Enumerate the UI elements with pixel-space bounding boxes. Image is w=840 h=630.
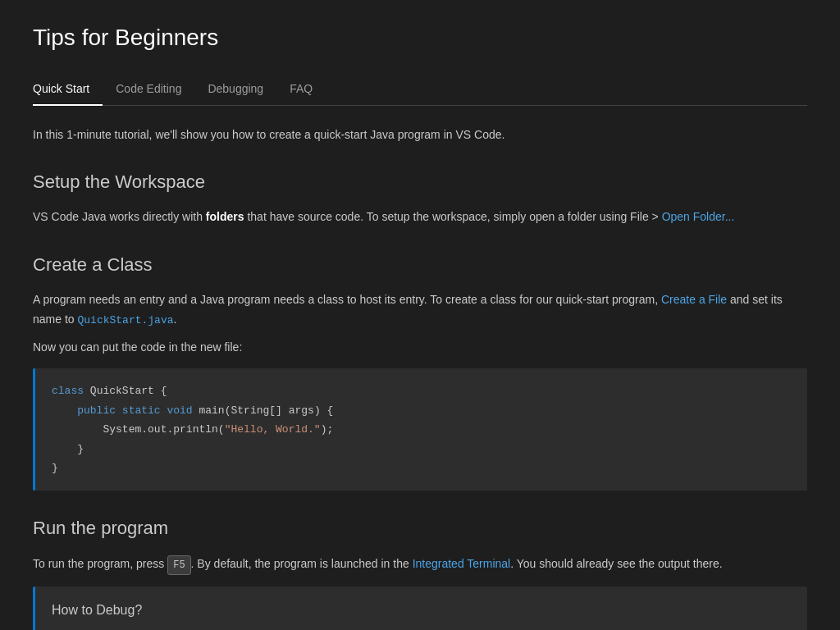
section-create-class: Create a Class A program needs an entry …: [33, 250, 807, 491]
create-file-link[interactable]: Create a File: [661, 293, 727, 306]
tab-bar: Quick Start Code Editing Debugging FAQ: [33, 73, 807, 106]
section-run-program: Run the program To run the program, pres…: [33, 514, 807, 630]
intro-text: In this 1-minute tutorial, we'll show yo…: [33, 126, 807, 144]
tab-code-editing[interactable]: Code Editing: [103, 73, 194, 106]
open-folder-link[interactable]: Open Folder...: [662, 210, 735, 223]
setup-paragraph: VS Code Java works directly with folders…: [33, 208, 807, 227]
tab-faq[interactable]: FAQ: [276, 73, 326, 106]
quickstart-filename: QuickStart.java: [77, 314, 173, 326]
create-class-paragraph-1: A program needs an entry and a Java prog…: [33, 290, 807, 330]
section-heading-setup: Setup the Workspace: [33, 167, 807, 196]
page-title: Tips for Beginners: [33, 20, 807, 57]
f5-key: F5: [167, 555, 190, 575]
tab-quick-start[interactable]: Quick Start: [33, 73, 103, 106]
run-paragraph: To run the program, press F5. By default…: [33, 555, 807, 575]
callout-heading: How to Debug?: [52, 600, 791, 621]
how-to-debug-callout: How to Debug? When you press F5, you are…: [33, 587, 807, 630]
section-heading-run: Run the program: [33, 514, 807, 542]
tab-debugging[interactable]: Debugging: [194, 73, 276, 106]
section-heading-create-class: Create a Class: [33, 250, 807, 279]
section-setup-workspace: Setup the Workspace VS Code Java works d…: [33, 167, 807, 227]
integrated-terminal-link[interactable]: Integrated Terminal: [413, 557, 511, 570]
code-block: class QuickStart { public static void ma…: [33, 368, 807, 491]
create-class-paragraph-2: Now you can put the code in the new file…: [33, 338, 807, 358]
